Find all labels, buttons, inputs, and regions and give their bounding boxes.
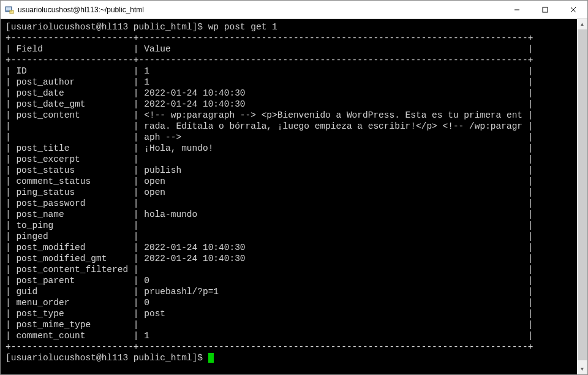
terminal-line: | post_parent | 0 | [6, 275, 577, 286]
app-window: usuariolucushost@hl113:~/public_html [us… [0, 0, 588, 375]
terminal-line: | guid | pruebashl/?p=1 | [6, 286, 577, 297]
terminal-line: | post_mime_type | | [6, 319, 577, 330]
terminal-line: | post_modified_gmt | 2022-01-24 10:40:3… [6, 253, 577, 264]
terminal-line: | ID | 1 | [6, 66, 577, 77]
terminal-line: [usuariolucushost@hl113 public_html]$ wp… [6, 21, 577, 32]
terminal-line: | to_ping | | [6, 220, 577, 231]
minimize-button[interactable] [503, 1, 531, 18]
terminal-line: | | rada. Edítala o bórrala, ¡luego empi… [6, 121, 577, 132]
terminal-line: | post_content | <!-- wp:paragraph --> <… [6, 110, 577, 121]
terminal-line: | menu_order | 0 | [6, 297, 577, 308]
window-controls [503, 1, 587, 18]
terminal-line: | post_content_filtered | | [6, 264, 577, 275]
prompt-line[interactable]: [usuariolucushost@hl113 public_html]$ [6, 352, 577, 363]
scrollbar[interactable]: ▲ ▼ [577, 19, 587, 374]
terminal-line: | Field | Value | [6, 44, 577, 55]
terminal-line: | post_password | | [6, 198, 577, 209]
terminal-line: | post_date | 2022-01-24 10:40:30 | [6, 88, 577, 99]
scroll-down-button[interactable]: ▼ [577, 364, 587, 374]
svg-rect-5 [543, 7, 548, 12]
terminal-line: | post_name | hola-mundo | [6, 209, 577, 220]
scroll-up-button[interactable]: ▲ [577, 19, 587, 29]
cursor [208, 353, 214, 363]
terminal-line: | pinged | | [6, 231, 577, 242]
terminal-line: | post_modified | 2022-01-24 10:40:30 | [6, 242, 577, 253]
maximize-button[interactable] [531, 1, 559, 18]
terminal-line: | post_excerpt | | [6, 154, 577, 165]
terminal-line: | post_author | 1 | [6, 77, 577, 88]
terminal-line: | | aph --> | [6, 132, 577, 143]
terminal-output[interactable]: [usuariolucushost@hl113 public_html]$ wp… [1, 19, 577, 374]
terminal-line: | post_type | post | [6, 308, 577, 319]
terminal-line: +-----------------------+---------------… [6, 55, 577, 66]
svg-rect-2 [10, 10, 13, 13]
terminal-line: | comment_count | 1 | [6, 330, 577, 341]
terminal-line: | post_title | ¡Hola, mundo! | [6, 143, 577, 154]
terminal-line: | post_status | publish | [6, 165, 577, 176]
window-title: usuariolucushost@hl113:~/public_html [18, 6, 503, 14]
terminal-line: +-----------------------+---------------… [6, 341, 577, 352]
close-button[interactable] [559, 1, 587, 18]
terminal-line: +-----------------------+---------------… [6, 32, 577, 44]
scroll-thumb[interactable] [578, 29, 587, 360]
putty-icon [4, 5, 14, 15]
terminal-line: | ping_status | open | [6, 187, 577, 198]
svg-rect-1 [6, 7, 11, 10]
title-bar[interactable]: usuariolucushost@hl113:~/public_html [1, 1, 587, 19]
terminal-line: | post_date_gmt | 2022-01-24 10:40:30 | [6, 99, 577, 110]
terminal-area: [usuariolucushost@hl113 public_html]$ wp… [1, 19, 587, 374]
terminal-line: | comment_status | open | [6, 176, 577, 187]
